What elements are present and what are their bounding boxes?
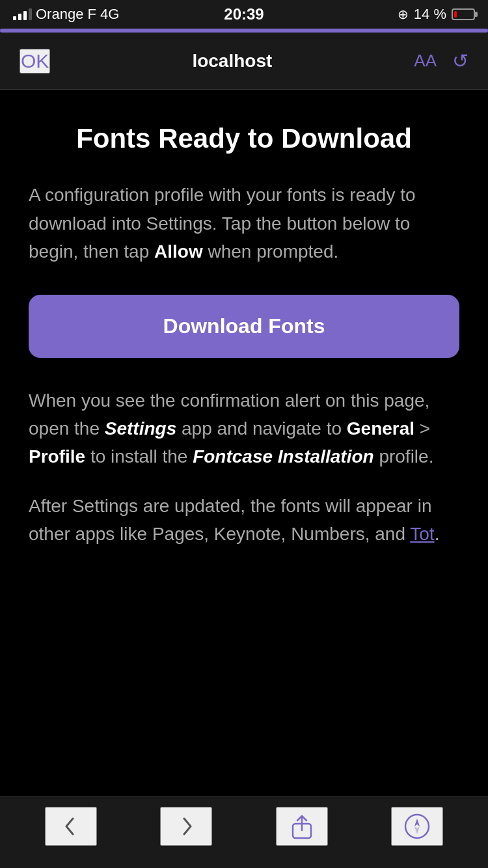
svg-marker-2 — [414, 819, 420, 826]
after-text-1: After Settings are updated, the fonts wi… — [29, 496, 432, 544]
signal-bars-icon — [13, 8, 32, 20]
browser-nav-bar: OK localhost AA ↺ — [0, 33, 488, 90]
bottom-toolbar — [0, 796, 488, 868]
share-icon — [288, 812, 316, 841]
instruction-general-bold: General — [347, 418, 414, 439]
forward-icon — [176, 812, 196, 841]
download-fonts-button[interactable]: Download Fonts — [29, 295, 459, 358]
reload-button[interactable]: ↺ — [452, 49, 468, 72]
intro-text-2: when prompted. — [203, 241, 339, 262]
intro-paragraph: A configuration profile with your fonts … — [29, 181, 459, 265]
battery-icon — [452, 8, 475, 20]
browser-url-label: localhost — [192, 51, 272, 72]
back-icon — [61, 812, 81, 841]
status-time: 20:39 — [224, 5, 264, 23]
compass-button[interactable] — [391, 807, 443, 846]
page-title: Fonts Ready to Download — [29, 122, 459, 155]
after-paragraph: After Settings are updated, the fonts wi… — [29, 492, 459, 549]
intro-text-allow: Allow — [154, 241, 203, 262]
instruction-settings-bold: Settings — [105, 418, 176, 439]
instruction-text-4: to install the — [85, 446, 193, 467]
battery-fill — [454, 11, 457, 18]
carrier-label: Orange F — [36, 6, 96, 23]
status-left: Orange F 4G — [13, 6, 119, 23]
status-bar: Orange F 4G 20:39 ⊕ 14 % — [0, 0, 488, 29]
instruction-profile-bold: Profile — [29, 446, 85, 467]
status-right: ⊕ 14 % — [398, 6, 475, 23]
battery-percent: 14 % — [414, 6, 446, 23]
back-button[interactable] — [45, 807, 97, 846]
svg-marker-3 — [414, 826, 420, 834]
main-content: Fonts Ready to Download A configuration … — [0, 90, 488, 575]
after-text-2: . — [435, 524, 440, 544]
location-icon: ⊕ — [398, 7, 409, 22]
instruction-text-3: > — [414, 418, 430, 439]
forward-button[interactable] — [160, 807, 212, 846]
browser-nav-right: AA ↺ — [414, 49, 468, 72]
share-button[interactable] — [276, 807, 328, 846]
browser-ok-button[interactable]: OK — [20, 49, 50, 74]
text-size-button[interactable]: AA — [414, 51, 437, 71]
compass-icon — [403, 812, 431, 841]
instruction-text-5: profile. — [374, 446, 434, 467]
instruction-text-2: app and navigate to — [176, 418, 347, 439]
instruction-fontcase-bold: Fontcase Installation — [193, 446, 374, 467]
network-type: 4G — [100, 6, 119, 23]
tot-link[interactable]: Tot — [410, 524, 434, 544]
instruction-paragraph: When you see the confirmation alert on t… — [29, 387, 459, 471]
svg-point-1 — [405, 815, 429, 838]
